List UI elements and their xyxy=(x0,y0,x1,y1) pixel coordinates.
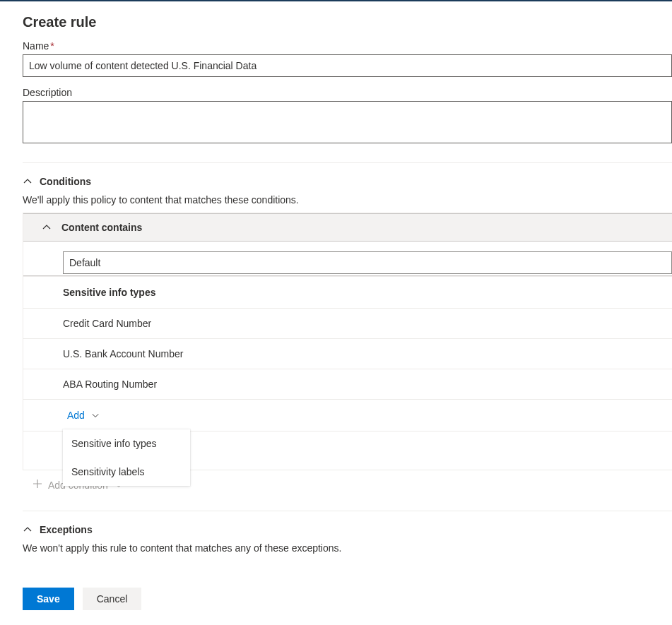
add-sit-row: Add Sensitive info types Sensitivity lab… xyxy=(23,400,672,431)
content-contains-body xyxy=(23,242,672,274)
sensitive-info-row[interactable]: U.S. Bank Account Number xyxy=(23,339,672,369)
required-asterisk: * xyxy=(50,40,54,52)
chevron-down-icon xyxy=(90,410,100,420)
conditions-block: Content contains Sensitive info types Cr… xyxy=(23,213,672,470)
name-label-text: Name xyxy=(23,40,49,52)
divider xyxy=(23,511,672,511)
field-description: Description xyxy=(23,87,672,145)
exceptions-subtext: We won't apply this rule to content that… xyxy=(23,542,672,554)
conditions-subtext: We'll apply this policy to content that … xyxy=(23,194,672,206)
conditions-header-text: Conditions xyxy=(40,176,91,187)
sensitive-info-header: Sensitive info types xyxy=(23,277,672,309)
cancel-button[interactable]: Cancel xyxy=(83,588,142,610)
description-input[interactable] xyxy=(23,101,672,143)
plus-icon xyxy=(33,479,42,491)
chevron-up-icon xyxy=(23,525,33,535)
dropdown-item-sensitive-info-types[interactable]: Sensitive info types xyxy=(63,429,190,458)
add-sit-dropdown: Sensitive info types Sensitivity labels xyxy=(63,429,190,486)
chevron-up-icon xyxy=(23,177,33,186)
footer-actions: Save Cancel xyxy=(23,579,672,619)
content-contains-label: Content contains xyxy=(61,222,142,233)
name-input[interactable] xyxy=(23,54,672,77)
name-label: Name* xyxy=(23,40,672,52)
exceptions-header-text: Exceptions xyxy=(40,524,93,535)
sensitive-info-row[interactable]: Credit Card Number xyxy=(23,309,672,339)
dropdown-item-sensitivity-labels[interactable]: Sensitivity labels xyxy=(63,458,190,486)
exceptions-header[interactable]: Exceptions xyxy=(23,524,672,535)
group-name-input[interactable] xyxy=(63,251,672,274)
content-contains-header[interactable]: Content contains xyxy=(23,213,672,242)
conditions-header[interactable]: Conditions xyxy=(23,176,672,187)
create-rule-panel: Create rule Name* Description Conditions… xyxy=(0,1,672,619)
sensitive-info-row[interactable]: ABA Routing Number xyxy=(23,369,672,400)
field-name: Name* xyxy=(23,40,672,77)
page-title: Create rule xyxy=(23,14,672,30)
description-label: Description xyxy=(23,87,672,98)
sensitive-info-block: Sensitive info types Credit Card Number … xyxy=(23,276,672,470)
save-button[interactable]: Save xyxy=(23,588,74,610)
chevron-up-icon xyxy=(42,222,52,232)
add-sit-label: Add xyxy=(67,410,85,421)
divider xyxy=(23,162,672,163)
add-sit-button[interactable]: Add xyxy=(67,410,100,421)
